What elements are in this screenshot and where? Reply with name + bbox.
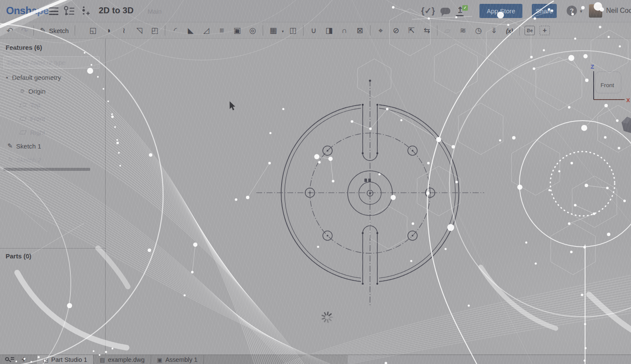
variables-tool-icon[interactable]: (x) (502, 24, 516, 36)
helix-tool-icon[interactable]: ≋ (456, 24, 470, 36)
feature-item-default-geometry[interactable]: ▾Default geometry (0, 70, 106, 84)
panel-divider (0, 248, 106, 249)
share-button[interactable]: Share (532, 4, 557, 18)
tab-part-studio-1[interactable]: ◳Part Studio 1 (36, 355, 93, 364)
manage-tabs-icon[interactable] (5, 357, 10, 362)
feature-item-label: Origin (28, 88, 46, 95)
tab-example-dwg[interactable]: ▤example.dwg (93, 355, 151, 364)
feature-item-right[interactable]: Right (0, 125, 106, 139)
revolve-tool-icon[interactable]: ◑ (101, 24, 115, 36)
features-panel: Features (6) ▾Default geometryOriginTopF… (0, 39, 106, 355)
rib-tool-icon[interactable]: ≡ (215, 24, 229, 36)
assembly-icon: ▣ (157, 357, 162, 363)
rollback-bar[interactable] (3, 168, 90, 171)
feature-item-label: Right (30, 129, 45, 136)
help-caret-icon[interactable]: ▾ (580, 9, 582, 14)
replace-face-tool-icon[interactable]: ⇆ (420, 24, 434, 36)
shell-tool-icon[interactable]: ▣ (230, 24, 244, 36)
feature-item-origin[interactable]: Origin (0, 84, 106, 98)
chamfer-tool-icon[interactable]: ◣ (184, 24, 198, 36)
help-icon[interactable]: ? (567, 6, 577, 16)
sketch-button[interactable]: ✎ Sketch (36, 26, 73, 35)
loading-spinner (322, 312, 332, 322)
import-export-tool-icon[interactable]: ⇓ (487, 24, 501, 36)
feature-item-label: Sketch 2 (16, 156, 41, 164)
document-tab-bar: + ◳Part Studio 1▤example.dwg▣Assembly 1 (0, 355, 631, 364)
import-status-icon[interactable]: ↥ ✓ (456, 6, 467, 17)
tab-label: example.dwg (108, 356, 144, 363)
move-face-tool-icon[interactable]: ⇱ (404, 24, 419, 36)
feature-item-sketch-1[interactable]: ✎Sketch 1 (0, 139, 106, 153)
toolbar-separator (370, 25, 370, 36)
user-name: Neil Coo (606, 7, 631, 15)
origin-icon (21, 89, 24, 93)
undo-button[interactable]: ↶ (3, 26, 17, 36)
featurescript-notices-icon[interactable]: {✓} (421, 6, 435, 16)
insert-version-icon[interactable] (81, 6, 90, 18)
hole-tool-icon[interactable]: ◎ (246, 24, 260, 36)
loft-tool-icon[interactable]: ◹ (132, 24, 146, 36)
feature-item-front[interactable]: Front (0, 112, 106, 125)
features-header: Features (6) (6, 44, 42, 51)
plane-icon (19, 117, 27, 121)
delete-part-tool-icon[interactable]: ⊠ (353, 24, 367, 36)
transform-tool-icon[interactable]: ⌖ (373, 24, 388, 36)
feature-item-label: Top (30, 101, 40, 109)
feature-tree: ▾Default geometryOriginTopFrontRight✎Ske… (0, 70, 106, 167)
sketch-icon: ✎ (7, 142, 13, 150)
onshape-window: Front Z X Onshape 2D (0, 0, 631, 364)
axis-z-label: Z (591, 64, 594, 70)
boolean-tool-icon[interactable]: ∪ (306, 24, 321, 36)
drawing-icon: ▤ (100, 357, 105, 363)
plane-tool-icon[interactable]: ▱ (440, 24, 455, 36)
toolbar-tools: ◱◑≀◹◰◜◣◿≡▣◎▦▾◫∪◨∩⊠⌖⊘⇱⇆▱≋◷⇓(x)Be+ (86, 22, 552, 39)
document-menu-icon[interactable] (49, 7, 58, 15)
sketch-button-label: Sketch (49, 27, 69, 34)
app-store-button[interactable]: App Store (479, 4, 522, 18)
feature-item-label: Front (30, 115, 45, 122)
fillet-tool-icon[interactable]: ◜ (168, 24, 182, 36)
axis-x-label: X (626, 97, 630, 103)
tab-strip: ◳Part Studio 1▤example.dwg▣Assembly 1 (36, 355, 204, 364)
toolbar-separator (437, 25, 437, 36)
workspace-name[interactable]: Main (148, 8, 162, 15)
redo-button[interactable]: ↷ (17, 26, 32, 36)
delete-face-tool-icon[interactable]: ⊘ (389, 24, 403, 36)
mirror-tool-icon[interactable]: ◫ (286, 24, 300, 36)
tab-label: Part Studio 1 (51, 356, 87, 363)
toolbar-separator (303, 25, 303, 36)
feature-item-top[interactable]: Top (0, 98, 106, 112)
chevron-down-icon: ▾ (6, 75, 12, 80)
intersect-tool-icon[interactable]: ∩ (337, 24, 352, 36)
dropdown-caret-icon[interactable]: ▾ (282, 29, 284, 33)
onshape-logo[interactable]: Onshape (6, 5, 49, 17)
thicken-tool-icon[interactable]: ◰ (148, 24, 162, 36)
extrude-tool-icon[interactable]: ◱ (86, 24, 100, 36)
part-studio-icon: ◳ (43, 357, 48, 363)
custom-feature-be-tool-icon[interactable]: Be (525, 26, 535, 35)
versions-history-icon[interactable] (63, 6, 75, 17)
measure-tool-icon[interactable]: ◷ (471, 24, 485, 36)
sketch-icon: ✎ (7, 156, 13, 164)
split-tool-icon[interactable]: ◨ (322, 24, 336, 36)
add-tab-icon[interactable]: + (21, 355, 26, 364)
tab-label: Assembly 1 (165, 356, 197, 363)
linear-pattern-tool-icon[interactable]: ▦▾ (266, 24, 280, 36)
user-avatar[interactable] (589, 4, 602, 18)
comments-icon[interactable] (440, 8, 450, 14)
document-title[interactable]: 2D to 3D (99, 6, 133, 15)
view-triad[interactable]: Front Z X (591, 64, 630, 103)
plane-icon (19, 103, 27, 107)
feature-item-label: Default geometry (12, 74, 61, 81)
feature-item-sketch-2[interactable]: ✎Sketch 2 (0, 153, 106, 167)
feature-filter-input[interactable] (3, 56, 100, 69)
draft-tool-icon[interactable]: ◿ (199, 24, 213, 36)
add-custom-feature-tool-icon[interactable]: + (540, 26, 550, 35)
view-orientation-label: Front (601, 82, 614, 88)
import-success-badge: ✓ (462, 5, 468, 11)
sweep-tool-icon[interactable]: ≀ (117, 24, 131, 36)
mouse-cursor (230, 101, 235, 110)
imported-dwg-sketch[interactable] (256, 80, 484, 306)
pencil-icon: ✎ (40, 26, 46, 35)
tab-assembly-1[interactable]: ▣Assembly 1 (151, 355, 204, 364)
